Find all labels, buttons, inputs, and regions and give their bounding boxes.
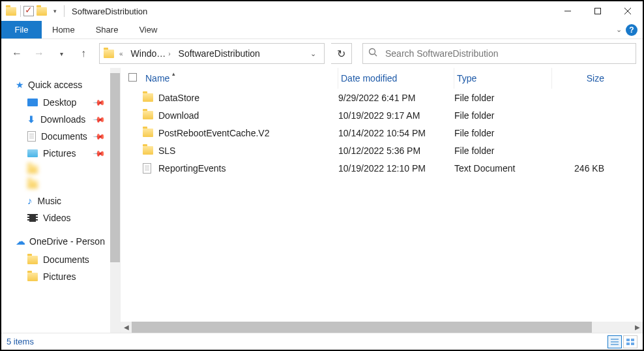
- status-text: 5 items: [7, 337, 34, 346]
- sidebar-item-label: Documents: [41, 131, 87, 142]
- scroll-left-icon[interactable]: ◀: [121, 324, 132, 331]
- pin-icon: 📌: [93, 96, 106, 110]
- sidebar-item-quick-access[interactable]: ★ Quick access: [1, 77, 120, 94]
- file-name: DataStore: [158, 93, 338, 103]
- file-type: Text Document: [454, 163, 552, 174]
- back-button[interactable]: ←: [8, 44, 26, 63]
- minimize-button[interactable]: [553, 1, 583, 21]
- svg-line-5: [375, 54, 377, 57]
- qat-dropdown-icon[interactable]: ▾: [49, 5, 61, 17]
- forward-button[interactable]: →: [30, 44, 48, 63]
- maximize-button[interactable]: [583, 1, 613, 21]
- refresh-button[interactable]: ↻: [331, 43, 352, 64]
- table-row[interactable]: Download10/19/2022 9:17 AMFile folder: [121, 106, 643, 124]
- svg-rect-1: [595, 8, 601, 14]
- star-icon: ★: [16, 80, 24, 90]
- file-type: File folder: [454, 128, 552, 138]
- separator: [64, 5, 65, 17]
- sidebar-item-label: Documents: [43, 254, 89, 265]
- sidebar-item[interactable]: Pictures📌: [1, 145, 120, 162]
- sidebar-item[interactable]: [1, 162, 120, 177]
- file-date: 9/29/2022 6:41 PM: [338, 93, 454, 103]
- file-list-pane: Name ▴ Date modified Type Size DataStore…: [120, 68, 643, 333]
- breadcrumb-label: SoftwareDistribution: [179, 48, 260, 59]
- column-header-date[interactable]: Date modified: [338, 68, 454, 89]
- folder-icon: [27, 180, 38, 189]
- search-icon: [368, 48, 377, 59]
- cloud-icon: ☁: [16, 236, 25, 247]
- sidebar-item-label: OneDrive - Person: [29, 236, 105, 247]
- file-type: File folder: [454, 110, 552, 121]
- quick-access-check-icon[interactable]: [23, 5, 35, 17]
- select-all-checkbox[interactable]: [128, 73, 143, 84]
- table-row[interactable]: SLS10/12/2022 5:36 PMFile folder: [121, 142, 643, 159]
- sidebar-item[interactable]: [1, 177, 120, 192]
- search-box[interactable]: [362, 43, 636, 64]
- breadcrumb-segment[interactable]: SoftwareDistribution: [175, 48, 264, 59]
- sort-asc-icon: ▴: [172, 70, 175, 77]
- sidebar-item[interactable]: ♪Music: [1, 192, 120, 209]
- separator: [20, 5, 21, 17]
- file-tab[interactable]: File: [1, 21, 42, 38]
- breadcrumb-segment[interactable]: Windo… ›: [127, 48, 175, 59]
- folder-icon: [104, 50, 114, 58]
- thumbnails-view-button[interactable]: [623, 335, 637, 348]
- sidebar-item[interactable]: Documents: [1, 251, 120, 268]
- file-name: PostRebootEventCache.V2: [158, 128, 338, 138]
- sidebar-item-label: Pictures: [43, 271, 76, 282]
- horizontal-scrollbar[interactable]: ◀ ▶: [121, 322, 643, 333]
- file-size: 246 KB: [552, 163, 604, 174]
- tab-view[interactable]: View: [128, 21, 168, 38]
- ribbon-collapse-icon[interactable]: ⌄: [616, 25, 622, 34]
- music-icon: ♪: [27, 195, 33, 206]
- svg-rect-11: [626, 343, 630, 345]
- close-button[interactable]: [613, 1, 643, 21]
- breadcrumb-overflow[interactable]: «: [115, 50, 127, 57]
- column-header-name[interactable]: Name ▴: [143, 68, 338, 89]
- recent-dropdown-icon[interactable]: ▾: [52, 44, 70, 63]
- address-dropdown-icon[interactable]: ⌄: [305, 50, 321, 58]
- tab-share[interactable]: Share: [85, 21, 129, 38]
- folder-icon: [27, 165, 38, 174]
- up-button[interactable]: ↑: [74, 44, 93, 63]
- tab-home[interactable]: Home: [42, 21, 85, 38]
- details-view-button[interactable]: [607, 335, 622, 348]
- table-row[interactable]: ReportingEvents10/19/2022 12:10 PMText D…: [121, 159, 643, 177]
- folder-icon: [27, 256, 38, 264]
- file-name: Download: [158, 110, 338, 121]
- column-header-size[interactable]: Size: [552, 73, 604, 84]
- navigation-pane: ★ Quick access Desktop📌⬇Downloads📌Docume…: [1, 68, 120, 333]
- folder-icon: [143, 146, 153, 155]
- folder-icon: [27, 273, 38, 281]
- sidebar-item-label: Music: [38, 196, 62, 206]
- pin-icon: 📌: [93, 147, 106, 160]
- search-input[interactable]: [385, 48, 630, 59]
- folder-icon: [5, 5, 17, 17]
- column-header-type[interactable]: Type: [454, 68, 552, 89]
- sidebar-item-label: Pictures: [43, 148, 76, 159]
- sidebar-item-label: Desktop: [43, 97, 76, 108]
- sidebar-item[interactable]: ⬇Downloads📌: [1, 111, 120, 128]
- sidebar-item[interactable]: Documents📌: [1, 128, 120, 145]
- svg-rect-12: [631, 343, 634, 345]
- table-row[interactable]: PostRebootEventCache.V210/14/2022 10:54 …: [121, 124, 643, 142]
- folder-icon: [143, 111, 153, 119]
- breadcrumb-label: Windo…: [131, 48, 166, 59]
- folder-icon: [143, 93, 153, 102]
- folder-icon: [143, 129, 153, 137]
- sidebar-item[interactable]: Videos: [1, 209, 120, 226]
- sidebar-item[interactable]: Desktop📌: [1, 94, 120, 111]
- status-bar: 5 items: [1, 333, 643, 350]
- table-row[interactable]: DataStore9/29/2022 6:41 PMFile folder: [121, 89, 643, 106]
- sidebar-item[interactable]: Pictures: [1, 268, 120, 285]
- window-title: SoftwareDistribution: [72, 7, 147, 16]
- document-icon: [27, 131, 36, 142]
- desktop-icon: [27, 99, 38, 106]
- help-icon[interactable]: ?: [626, 24, 637, 36]
- sidebar-item-onedrive[interactable]: ☁ OneDrive - Person: [1, 233, 120, 251]
- file-type: File folder: [454, 145, 552, 156]
- address-bar[interactable]: « Windo… › SoftwareDistribution ⌄: [99, 43, 325, 64]
- file-date: 10/19/2022 12:10 PM: [338, 163, 454, 174]
- videos-icon: [27, 214, 38, 222]
- scroll-right-icon[interactable]: ▶: [632, 324, 643, 331]
